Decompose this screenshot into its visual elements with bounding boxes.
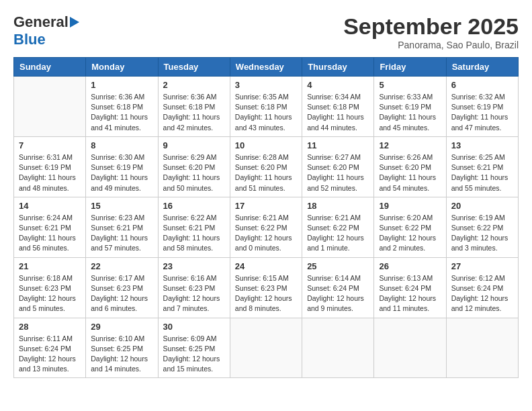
calendar-cell: 16Sunrise: 6:22 AMSunset: 6:21 PMDayligh… — [158, 197, 230, 257]
calendar-cell: 3Sunrise: 6:35 AMSunset: 6:18 PMDaylight… — [230, 77, 302, 137]
weekday-header-monday: Monday — [86, 58, 158, 77]
logo-general: General — [13, 13, 69, 31]
day-info: Sunrise: 6:35 AMSunset: 6:18 PMDaylight:… — [235, 92, 297, 133]
day-info: Sunrise: 6:15 AMSunset: 6:23 PMDaylight:… — [235, 273, 297, 314]
month-title: September 2025 — [343, 13, 519, 40]
day-info: Sunrise: 6:11 AMSunset: 6:24 PMDaylight:… — [19, 334, 81, 375]
calendar-cell: 9Sunrise: 6:29 AMSunset: 6:20 PMDaylight… — [158, 136, 230, 197]
calendar-cell: 24Sunrise: 6:15 AMSunset: 6:23 PMDayligh… — [230, 257, 302, 318]
day-info: Sunrise: 6:25 AMSunset: 6:21 PMDaylight:… — [451, 152, 513, 193]
day-number: 4 — [307, 80, 369, 90]
day-info: Sunrise: 6:31 AMSunset: 6:19 PMDaylight:… — [19, 152, 81, 193]
calendar-cell — [230, 318, 302, 378]
day-number: 28 — [19, 322, 81, 332]
day-info: Sunrise: 6:14 AMSunset: 6:24 PMDaylight:… — [307, 273, 369, 314]
day-number: 29 — [91, 322, 152, 332]
day-number: 22 — [91, 261, 152, 271]
day-info: Sunrise: 6:20 AMSunset: 6:22 PMDaylight:… — [379, 213, 441, 254]
week-row-1: 1Sunrise: 6:36 AMSunset: 6:18 PMDaylight… — [14, 77, 519, 137]
day-number: 6 — [451, 80, 513, 90]
logo-blue: Blue — [13, 31, 46, 48]
day-number: 20 — [451, 201, 513, 211]
day-info: Sunrise: 6:17 AMSunset: 6:23 PMDaylight:… — [91, 273, 152, 314]
calendar-cell: 15Sunrise: 6:23 AMSunset: 6:21 PMDayligh… — [86, 197, 158, 257]
day-info: Sunrise: 6:16 AMSunset: 6:23 PMDaylight:… — [163, 273, 225, 314]
day-info: Sunrise: 6:23 AMSunset: 6:21 PMDaylight:… — [91, 213, 152, 254]
day-info: Sunrise: 6:30 AMSunset: 6:19 PMDaylight:… — [91, 152, 152, 193]
day-info: Sunrise: 6:21 AMSunset: 6:22 PMDaylight:… — [235, 213, 297, 254]
weekday-header-saturday: Saturday — [446, 58, 518, 77]
calendar-cell: 2Sunrise: 6:36 AMSunset: 6:18 PMDaylight… — [158, 77, 230, 137]
calendar-cell: 11Sunrise: 6:27 AMSunset: 6:20 PMDayligh… — [302, 136, 374, 197]
day-info: Sunrise: 6:27 AMSunset: 6:20 PMDaylight:… — [307, 152, 369, 193]
calendar-cell: 25Sunrise: 6:14 AMSunset: 6:24 PMDayligh… — [302, 257, 374, 318]
calendar-cell: 14Sunrise: 6:24 AMSunset: 6:21 PMDayligh… — [14, 197, 86, 257]
day-info: Sunrise: 6:18 AMSunset: 6:23 PMDaylight:… — [19, 273, 81, 314]
week-row-2: 7Sunrise: 6:31 AMSunset: 6:19 PMDaylight… — [14, 136, 519, 197]
calendar-cell: 21Sunrise: 6:18 AMSunset: 6:23 PMDayligh… — [14, 257, 86, 318]
calendar-cell: 4Sunrise: 6:34 AMSunset: 6:18 PMDaylight… — [302, 77, 374, 137]
day-info: Sunrise: 6:13 AMSunset: 6:24 PMDaylight:… — [379, 273, 441, 314]
day-number: 21 — [19, 261, 81, 271]
weekday-header-thursday: Thursday — [302, 58, 374, 77]
day-number: 1 — [91, 80, 152, 90]
day-info: Sunrise: 6:36 AMSunset: 6:18 PMDaylight:… — [91, 92, 152, 133]
calendar-cell: 18Sunrise: 6:21 AMSunset: 6:22 PMDayligh… — [302, 197, 374, 257]
calendar-cell: 23Sunrise: 6:16 AMSunset: 6:23 PMDayligh… — [158, 257, 230, 318]
calendar-cell — [374, 318, 446, 378]
day-info: Sunrise: 6:33 AMSunset: 6:19 PMDaylight:… — [379, 92, 441, 133]
calendar-cell: 20Sunrise: 6:19 AMSunset: 6:22 PMDayligh… — [446, 197, 518, 257]
calendar-cell: 19Sunrise: 6:20 AMSunset: 6:22 PMDayligh… — [374, 197, 446, 257]
title-block: September 2025 Panorama, Sao Paulo, Braz… — [343, 13, 519, 50]
calendar-cell: 17Sunrise: 6:21 AMSunset: 6:22 PMDayligh… — [230, 197, 302, 257]
day-info: Sunrise: 6:36 AMSunset: 6:18 PMDaylight:… — [163, 92, 225, 133]
day-info: Sunrise: 6:32 AMSunset: 6:19 PMDaylight:… — [451, 92, 513, 133]
day-number: 12 — [379, 140, 441, 150]
weekday-header-row: SundayMondayTuesdayWednesdayThursdayFrid… — [14, 58, 519, 77]
calendar-cell: 6Sunrise: 6:32 AMSunset: 6:19 PMDaylight… — [446, 77, 518, 137]
day-number: 14 — [19, 201, 81, 211]
calendar-cell — [14, 77, 86, 137]
calendar-cell: 8Sunrise: 6:30 AMSunset: 6:19 PMDaylight… — [86, 136, 158, 197]
day-info: Sunrise: 6:34 AMSunset: 6:18 PMDaylight:… — [307, 92, 369, 133]
day-info: Sunrise: 6:21 AMSunset: 6:22 PMDaylight:… — [307, 213, 369, 254]
day-number: 19 — [379, 201, 441, 211]
weekday-header-wednesday: Wednesday — [230, 58, 302, 77]
calendar-cell: 29Sunrise: 6:10 AMSunset: 6:25 PMDayligh… — [86, 318, 158, 378]
calendar-cell: 28Sunrise: 6:11 AMSunset: 6:24 PMDayligh… — [14, 318, 86, 378]
page-header: General Blue September 2025 Panorama, Sa… — [13, 13, 519, 50]
day-number: 5 — [379, 80, 441, 90]
week-row-4: 21Sunrise: 6:18 AMSunset: 6:23 PMDayligh… — [14, 257, 519, 318]
day-number: 10 — [235, 140, 297, 150]
day-info: Sunrise: 6:28 AMSunset: 6:20 PMDaylight:… — [235, 152, 297, 193]
logo: General Blue — [13, 13, 79, 48]
day-info: Sunrise: 6:22 AMSunset: 6:21 PMDaylight:… — [163, 213, 225, 254]
calendar-cell: 27Sunrise: 6:12 AMSunset: 6:24 PMDayligh… — [446, 257, 518, 318]
calendar-cell: 1Sunrise: 6:36 AMSunset: 6:18 PMDaylight… — [86, 77, 158, 137]
calendar-cell — [302, 318, 374, 378]
day-number: 15 — [91, 201, 152, 211]
day-number: 9 — [163, 140, 225, 150]
day-number: 24 — [235, 261, 297, 271]
day-info: Sunrise: 6:09 AMSunset: 6:25 PMDaylight:… — [163, 334, 225, 375]
calendar-cell: 12Sunrise: 6:26 AMSunset: 6:20 PMDayligh… — [374, 136, 446, 197]
calendar-cell: 10Sunrise: 6:28 AMSunset: 6:20 PMDayligh… — [230, 136, 302, 197]
calendar-cell: 30Sunrise: 6:09 AMSunset: 6:25 PMDayligh… — [158, 318, 230, 378]
calendar-cell: 26Sunrise: 6:13 AMSunset: 6:24 PMDayligh… — [374, 257, 446, 318]
day-info: Sunrise: 6:29 AMSunset: 6:20 PMDaylight:… — [163, 152, 225, 193]
day-info: Sunrise: 6:19 AMSunset: 6:22 PMDaylight:… — [451, 213, 513, 254]
week-row-3: 14Sunrise: 6:24 AMSunset: 6:21 PMDayligh… — [14, 197, 519, 257]
calendar-cell: 5Sunrise: 6:33 AMSunset: 6:19 PMDaylight… — [374, 77, 446, 137]
day-number: 17 — [235, 201, 297, 211]
weekday-header-tuesday: Tuesday — [158, 58, 230, 77]
day-number: 2 — [163, 80, 225, 90]
calendar-cell: 22Sunrise: 6:17 AMSunset: 6:23 PMDayligh… — [86, 257, 158, 318]
day-number: 25 — [307, 261, 369, 271]
day-number: 27 — [451, 261, 513, 271]
day-number: 8 — [91, 140, 152, 150]
day-number: 16 — [163, 201, 225, 211]
day-number: 18 — [307, 201, 369, 211]
calendar-cell: 7Sunrise: 6:31 AMSunset: 6:19 PMDaylight… — [14, 136, 86, 197]
logo-arrow-icon — [70, 17, 79, 28]
week-row-5: 28Sunrise: 6:11 AMSunset: 6:24 PMDayligh… — [14, 318, 519, 378]
